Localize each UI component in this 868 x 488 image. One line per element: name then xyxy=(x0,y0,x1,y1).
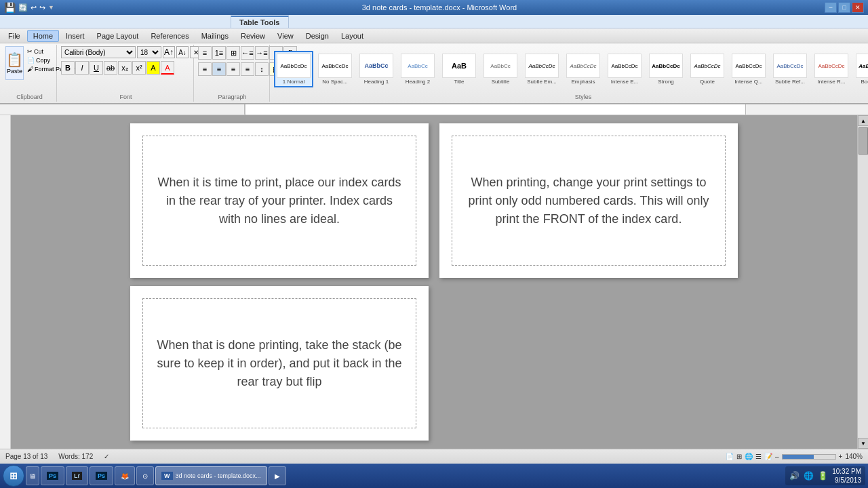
speaker-icon[interactable]: 🔊 xyxy=(789,471,800,481)
zoom-in-button[interactable]: + xyxy=(839,453,843,460)
maximize-button[interactable]: □ xyxy=(838,2,850,13)
menu-design[interactable]: Design xyxy=(300,30,334,41)
style-book-title[interactable]: AaBbCcDc Book Title xyxy=(853,51,868,87)
card-text-top-left: When it is time to print, place our inde… xyxy=(143,160,416,242)
view-outline-icon[interactable]: ☰ xyxy=(755,453,762,460)
system-time: 10:32 PM 9/5/2013 xyxy=(832,467,861,485)
taskbar-desktop[interactable]: 🖥 xyxy=(26,466,39,485)
title-bar-controls[interactable]: – □ ✕ xyxy=(825,2,864,13)
title-bar-title: 3d note cards - template.docx - Microsof… xyxy=(54,3,825,12)
style-title[interactable]: AaB Title xyxy=(439,51,479,87)
style-intense-e-preview: AaBbCcDc xyxy=(608,54,642,78)
clipboard-group: 📋 Paste ✂Cut 📄Copy 🖌Format Painter Clipb… xyxy=(3,45,57,102)
taskbar-word[interactable]: W 3d note cards - template.docx... xyxy=(155,466,267,485)
style-intense-r[interactable]: AaBbCcDc Intense R... xyxy=(812,51,851,87)
format-buttons: B I U ab x₂ x² A A xyxy=(61,61,174,75)
taskbar-firefox[interactable]: 🦊 xyxy=(115,466,135,485)
paste-button[interactable]: 📋 Paste xyxy=(5,46,24,80)
menu-page-layout[interactable]: Page Layout xyxy=(92,30,144,41)
zoom-level: 140% xyxy=(845,453,863,460)
align-left-button[interactable]: ≡ xyxy=(198,62,212,76)
italic-button[interactable]: I xyxy=(75,61,89,75)
taskbar-photoshop[interactable]: Ps xyxy=(41,466,64,485)
underline-button[interactable]: U xyxy=(90,61,103,75)
menu-references[interactable]: References xyxy=(145,30,194,41)
taskbar-photoshop2[interactable]: Ps xyxy=(90,466,113,485)
taskbar-lightroom[interactable]: Lr xyxy=(66,466,88,485)
menu-file[interactable]: File xyxy=(3,30,26,41)
status-left: Page 13 of 13 Words: 172 ✓ xyxy=(5,453,109,460)
battery-icon[interactable]: 🔋 xyxy=(818,471,828,481)
line-spacing-button[interactable]: ↕ xyxy=(255,62,269,76)
close-button[interactable]: ✕ xyxy=(852,2,864,13)
font-size-select[interactable]: 18 xyxy=(137,46,161,58)
style-no-space-label: No Spac... xyxy=(322,79,347,85)
style-heading1-label: Heading 1 xyxy=(364,79,389,85)
style-heading1[interactable]: AaBbCc Heading 1 xyxy=(357,51,396,87)
increase-indent-button[interactable]: →≡ xyxy=(255,46,269,60)
font-color-button[interactable]: A xyxy=(161,61,174,75)
card-inner-top-right[interactable]: When printing, change your print setting… xyxy=(452,136,726,266)
view-full-screen-icon[interactable]: ⊞ xyxy=(736,453,742,460)
card-inner-top-left[interactable]: When it is time to print, place our inde… xyxy=(142,136,416,266)
style-intense-q[interactable]: AaBbCcDc Intense Q... xyxy=(729,51,768,87)
menu-home[interactable]: Home xyxy=(27,30,59,42)
minimize-button[interactable]: – xyxy=(825,2,837,13)
multilevel-button[interactable]: ⊞ xyxy=(226,46,240,60)
align-center-button[interactable]: ≡ xyxy=(212,62,226,76)
style-subtitle-label: Subtitle xyxy=(492,79,510,85)
zoom-out-button[interactable]: – xyxy=(775,453,779,460)
scroll-down-button[interactable]: ▼ xyxy=(858,438,868,449)
bullets-button[interactable]: ≡ xyxy=(198,46,212,60)
taskbar-vlc[interactable]: ▶ xyxy=(269,466,286,485)
scrollbar-thumb[interactable] xyxy=(859,127,868,155)
style-intense-e[interactable]: AaBbCcDc Intense E... xyxy=(605,51,644,87)
strikethrough-button[interactable]: ab xyxy=(104,61,117,75)
spell-check-icon: ✓ xyxy=(104,453,109,460)
grow-font-button[interactable]: A↑ xyxy=(163,46,175,58)
style-no-space[interactable]: AaBbCcDc No Spac... xyxy=(315,51,355,87)
font-name-select[interactable]: Calibri (Body) xyxy=(61,46,136,58)
style-subtle-em[interactable]: AaBbCcDc Subtle Em... xyxy=(522,51,561,87)
style-emphasis-preview: AaBbCcDc xyxy=(566,54,600,78)
menu-mailings[interactable]: Mailings xyxy=(196,30,234,41)
bold-button[interactable]: B xyxy=(61,61,75,75)
taskbar-chrome[interactable]: ⊙ xyxy=(136,466,154,485)
menu-insert[interactable]: Insert xyxy=(60,30,90,41)
justify-button[interactable]: ≡ xyxy=(241,62,254,76)
style-quote[interactable]: AaBbCcDc Quote xyxy=(688,51,727,87)
zoom-slider[interactable] xyxy=(782,454,836,460)
title-bar: 💾 🔄 ↩ ↪ ▼ 3d note cards - template.docx … xyxy=(0,0,868,15)
menu-layout[interactable]: Layout xyxy=(336,30,369,41)
subscript-button[interactable]: x₂ xyxy=(118,61,132,75)
style-book-title-label: Book Title xyxy=(861,79,868,85)
clock-time: 10:32 PM xyxy=(832,467,861,476)
style-normal[interactable]: AaBbCcDc 1 Normal xyxy=(274,51,313,87)
view-web-icon[interactable]: 🌐 xyxy=(745,453,753,460)
superscript-button[interactable]: x² xyxy=(132,61,146,75)
style-subtle-ref[interactable]: AaBbCcDc Subtle Ref... xyxy=(770,51,810,87)
menu-view[interactable]: View xyxy=(272,30,299,41)
align-right-button[interactable]: ≡ xyxy=(226,62,240,76)
style-strong[interactable]: AaBbCcDc Strong xyxy=(646,51,686,87)
clock-date: 9/5/2013 xyxy=(832,476,861,485)
taskbar: ⊞ 🖥 Ps Lr Ps 🦊 ⊙ W 3d note cards - templ… xyxy=(0,464,868,488)
view-draft-icon[interactable]: 📝 xyxy=(764,453,772,460)
start-button[interactable]: ⊞ xyxy=(3,465,24,487)
title-bar-left: 💾 🔄 ↩ ↪ ▼ xyxy=(4,2,54,13)
right-scrollbar: ▲ ▼ xyxy=(857,115,868,449)
menu-review[interactable]: Review xyxy=(235,30,271,41)
style-subtitle[interactable]: AaBbCc Subtitle xyxy=(481,51,520,87)
style-emphasis[interactable]: AaBbCcDc Emphasis xyxy=(564,51,603,87)
network-icon[interactable]: 🌐 xyxy=(804,471,814,481)
style-strong-label: Strong xyxy=(658,79,674,85)
card-inner-bottom-left[interactable]: When that is done printing, take the sta… xyxy=(142,298,416,428)
numbering-button[interactable]: 1≡ xyxy=(212,46,226,60)
view-print-icon[interactable]: 📄 xyxy=(726,453,734,460)
scroll-up-button[interactable]: ▲ xyxy=(858,115,868,126)
font-group-label: Font xyxy=(61,94,191,100)
decrease-indent-button[interactable]: ←≡ xyxy=(241,46,254,60)
style-heading2[interactable]: AaBbCc Heading 2 xyxy=(398,51,437,87)
shrink-font-button[interactable]: A↓ xyxy=(176,46,189,58)
highlight-button[interactable]: A xyxy=(146,61,160,75)
